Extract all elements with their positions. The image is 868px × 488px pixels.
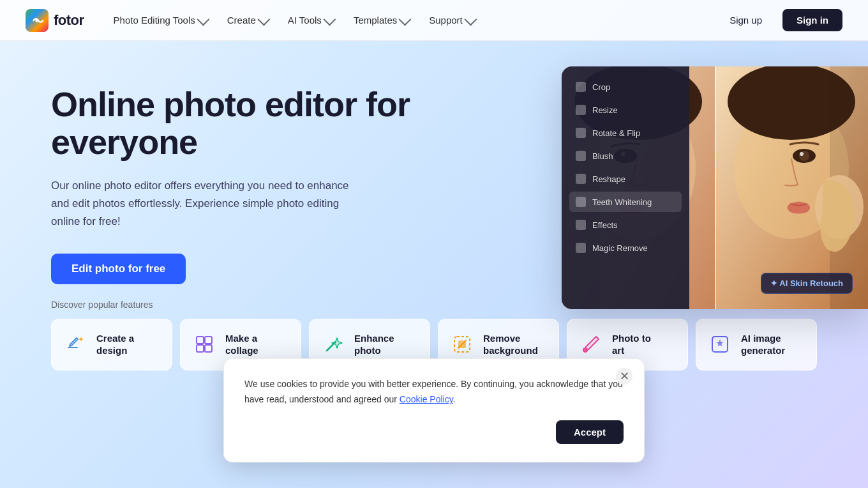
feature-name-remove-background: Remove background — [483, 332, 538, 357]
resize-icon — [576, 105, 586, 115]
hero-section: Online photo editor for everyone Our onl… — [0, 41, 868, 284]
editor-panel: Crop Resize Rotate & Flip Blush Reshape — [562, 66, 689, 309]
edit-photo-cta-button[interactable]: Edit photo for free — [51, 254, 186, 284]
hero-description: Our online photo editor offers everythin… — [51, 177, 357, 231]
sparkle-wand-icon — [321, 332, 345, 356]
feature-card-create-design[interactable]: Create a design — [51, 319, 172, 370]
nav-item-photo-editing[interactable]: Photo Editing Tools — [105, 10, 216, 31]
magic-remove-icon — [576, 243, 586, 253]
cookie-close-button[interactable]: ✕ — [616, 368, 632, 385]
nav-item-ai-tools[interactable]: AI Tools — [279, 10, 342, 31]
nav-menu: Photo Editing Tools Create AI Tools Temp… — [105, 10, 483, 31]
reshape-icon — [576, 174, 586, 184]
cut-image-icon — [450, 332, 474, 356]
panel-item-crop[interactable]: Crop — [569, 77, 682, 97]
svg-rect-19 — [205, 337, 212, 344]
logo-icon — [26, 9, 49, 32]
nav-right: Sign up Sign in — [717, 9, 842, 31]
pencil-star-icon — [63, 332, 87, 356]
chevron-down-icon — [464, 13, 477, 26]
cookie-policy-link[interactable]: Cookie Policy — [400, 394, 453, 404]
panel-item-blush[interactable]: Blush — [569, 146, 682, 166]
hero-editor-image: Crop Resize Rotate & Flip Blush Reshape — [562, 66, 868, 309]
panel-item-magic-remove[interactable]: Magic Remove — [569, 238, 682, 258]
nav-item-templates[interactable]: Templates — [345, 10, 417, 31]
panel-item-resize[interactable]: Resize — [569, 100, 682, 120]
hero-text-block: Online photo editor for everyone Our onl… — [51, 79, 410, 284]
svg-rect-17 — [68, 347, 78, 348]
svg-point-13 — [800, 152, 804, 156]
logo-text: fotor — [54, 12, 84, 29]
sign-in-button[interactable]: Sign in — [782, 9, 842, 31]
chevron-down-icon — [323, 13, 336, 26]
ai-stars-icon — [708, 332, 732, 356]
panel-item-effects[interactable]: Effects — [569, 215, 682, 235]
panel-item-rotate[interactable]: Rotate & Flip — [569, 123, 682, 143]
nav-left: fotor Photo Editing Tools Create AI Tool… — [26, 9, 483, 32]
panel-item-reshape[interactable]: Reshape — [569, 169, 682, 189]
feature-name-ai-image-generator: AI image generator — [741, 332, 785, 357]
rotate-icon — [576, 128, 586, 138]
ai-skin-badge: ✦ AI Skin Retouch — [761, 273, 853, 294]
hero-image-container: Crop Resize Rotate & Flip Blush Reshape — [562, 66, 868, 309]
nav-item-create[interactable]: Create — [218, 10, 276, 31]
cookie-banner: ✕ We use cookies to provide you with bet… — [223, 358, 645, 462]
image-divider — [715, 66, 716, 309]
teeth-icon — [576, 197, 586, 207]
grid-four-icon — [192, 332, 216, 356]
cookie-actions: Accept — [244, 420, 624, 444]
blush-icon — [576, 151, 586, 161]
hero-title: Online photo editor for everyone — [51, 86, 410, 162]
feature-name-make-collage: Make a collage — [225, 332, 258, 357]
svg-rect-20 — [197, 345, 204, 352]
feature-name-enhance-photo: Enhance photo — [354, 332, 394, 357]
crop-icon — [576, 82, 586, 92]
feature-name-create-design: Create a design — [96, 332, 134, 357]
navbar: fotor Photo Editing Tools Create AI Tool… — [0, 0, 868, 41]
paint-brush-icon — [579, 332, 603, 356]
nav-item-support[interactable]: Support — [420, 10, 483, 31]
chevron-down-icon — [399, 13, 412, 26]
chevron-down-icon — [197, 13, 209, 26]
svg-point-1 — [35, 19, 39, 22]
cookie-accept-button[interactable]: Accept — [556, 420, 624, 444]
panel-item-teeth[interactable]: Teeth Whitening — [569, 192, 682, 212]
feature-name-photo-to-art: Photo to art — [612, 332, 651, 357]
effects-icon — [576, 220, 586, 230]
svg-rect-21 — [205, 345, 212, 352]
logo[interactable]: fotor — [26, 9, 84, 32]
chevron-down-icon — [257, 13, 270, 26]
svg-rect-18 — [197, 337, 204, 344]
svg-point-12 — [799, 151, 809, 161]
cookie-text: We use cookies to provide you with bette… — [244, 377, 624, 408]
sign-up-button[interactable]: Sign up — [717, 10, 775, 31]
feature-card-ai-image-generator[interactable]: AI image generator — [696, 319, 817, 370]
